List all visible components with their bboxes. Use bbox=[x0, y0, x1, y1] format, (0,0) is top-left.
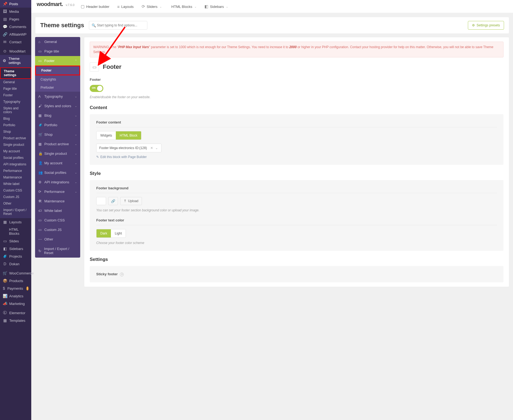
clear-icon[interactable]: ✕ bbox=[149, 146, 155, 150]
snav-performance[interactable]: ⟳Performance⌄ bbox=[35, 187, 80, 196]
snav-sub-prefooter[interactable]: Prefooter bbox=[35, 84, 80, 92]
edit-block-link[interactable]: ✎ Edit this block with Page Builder bbox=[96, 155, 147, 159]
snav-styles-and-colors[interactable]: 🖌Styles and colors⌄ bbox=[35, 101, 80, 111]
snav-my-account[interactable]: 👤My account⌄ bbox=[35, 158, 80, 168]
snav-social-profiles[interactable]: 👥Social profiles⌄ bbox=[35, 168, 80, 177]
wp-menu-elementor[interactable]: ⒺElementor bbox=[0, 309, 31, 317]
chevron-down-icon: ⌄ bbox=[194, 5, 197, 8]
wp-sub-typography[interactable]: Typography bbox=[0, 98, 31, 105]
bg-color-swatch[interactable] bbox=[96, 197, 106, 205]
wp-menu-layouts[interactable]: ▦Layouts bbox=[0, 218, 31, 226]
snav-single-product[interactable]: 🔒Single product⌄ bbox=[35, 149, 80, 158]
wp-sub-shop[interactable]: Shop bbox=[0, 128, 31, 135]
wp-menu-payments[interactable]: $Payments1 bbox=[0, 285, 31, 292]
wp-sub-white-label[interactable]: White label bbox=[0, 181, 31, 187]
chevron-icon: ⌄ bbox=[75, 104, 77, 107]
snav-footer[interactable]: ▭Footer⌃ bbox=[35, 56, 80, 66]
wp-sub-maintenance[interactable]: Maintenance bbox=[0, 174, 31, 181]
bg-upload-button[interactable]: ⤒Upload bbox=[120, 197, 142, 205]
wp-menu-html-blocks[interactable]: HTML Blocks bbox=[0, 226, 31, 237]
wp-menu-posts[interactable]: 📌Posts bbox=[0, 0, 31, 8]
html-block-segment[interactable]: HTML Block bbox=[116, 131, 141, 140]
wp-sub-page-title[interactable]: Page title bbox=[0, 85, 31, 92]
snav-api-integrations[interactable]: ⚙API integrations⌄ bbox=[35, 177, 80, 187]
wp-sub-custom-js[interactable]: Custom JS bbox=[0, 194, 31, 200]
snav-other[interactable]: ⋯Other bbox=[35, 234, 80, 244]
snav-sub-copyrights[interactable]: Copyrights bbox=[35, 75, 80, 84]
snav-custom-css[interactable]: ▭Custom CSS bbox=[35, 215, 80, 225]
top-tab-sidebars[interactable]: ◧Sidebars⌄ bbox=[204, 2, 229, 11]
wp-menu-products[interactable]: 📦Products bbox=[0, 277, 31, 285]
snav-icon: 🔒 bbox=[38, 152, 42, 156]
snav-blog[interactable]: ▦Blog⌄ bbox=[35, 111, 80, 120]
wp-menu-contact[interactable]: ✉Contact bbox=[0, 38, 31, 46]
wp-menu-templates[interactable]: ▦Templates bbox=[0, 317, 31, 324]
snav-shop[interactable]: 🛒Shop⌄ bbox=[35, 130, 80, 139]
footer-block-select[interactable]: Footer Mega electronics ID:(128) ✕ ⌄ bbox=[96, 144, 161, 152]
menu-icon: D bbox=[3, 262, 7, 266]
snav-maintenance[interactable]: 🛠Maintenance bbox=[35, 196, 80, 206]
snav-sub-footer[interactable]: Footer bbox=[35, 66, 80, 75]
wp-sub-footer[interactable]: Footer bbox=[0, 92, 31, 98]
snav-icon: ⟳ bbox=[38, 190, 42, 194]
chevron-icon: ⌄ bbox=[75, 181, 77, 184]
wp-menu-media[interactable]: 🖼Media bbox=[0, 8, 31, 15]
snav-product-archive[interactable]: ▦Product archive⌄ bbox=[35, 139, 80, 149]
wp-menu-comments[interactable]: 💬Comments bbox=[0, 23, 31, 30]
wp-menu-woocommerce[interactable]: 🛒WooCommerce bbox=[0, 269, 31, 277]
top-tab-sliders[interactable]: ⟳Sliders⌄ bbox=[141, 2, 163, 11]
menu-icon bbox=[3, 229, 7, 234]
wp-menu-woodmart[interactable]: ⊙WoodMart bbox=[0, 47, 31, 55]
wp-sub-product-archive[interactable]: Product archive bbox=[0, 135, 31, 141]
wp-sub-performance[interactable]: Performance bbox=[0, 168, 31, 174]
light-segment[interactable]: Light bbox=[111, 229, 126, 237]
snav-icon: 🧳 bbox=[38, 123, 42, 127]
page-header: Theme settings 🔍 ⚙ Settings presets bbox=[35, 17, 509, 34]
bg-help: You can set your footer section backgrou… bbox=[96, 208, 497, 212]
wp-menu-affiliatewp[interactable]: 🔗AffiliateWP bbox=[0, 30, 31, 38]
top-tab-layouts[interactable]: ≡Layouts bbox=[117, 2, 134, 11]
bg-link-button[interactable]: 🔗 bbox=[108, 197, 118, 205]
snav-page-title[interactable]: ▭Page title bbox=[35, 47, 80, 56]
snav-general[interactable]: ⌂General bbox=[35, 37, 80, 47]
wp-sub-single-product[interactable]: Single product bbox=[0, 141, 31, 148]
snav-import-export-reset[interactable]: ↻Import / Export / Reset bbox=[35, 244, 80, 258]
settings-search-input[interactable] bbox=[89, 21, 147, 30]
snav-typography[interactable]: ATypography⌄ bbox=[35, 92, 80, 101]
wp-sub-import-export-reset[interactable]: Import / Export / Reset bbox=[0, 207, 31, 217]
wp-sub-custom-css[interactable]: Custom CSS bbox=[0, 187, 31, 194]
wp-sub-portfolio[interactable]: Portfolio bbox=[0, 122, 31, 128]
top-tab-header-builder[interactable]: ▢Header builder bbox=[80, 2, 110, 11]
wp-sub-my-account[interactable]: My account bbox=[0, 148, 31, 155]
menu-icon: 🖼 bbox=[3, 9, 7, 14]
wp-sub-social-profiles[interactable]: Social profiles bbox=[0, 155, 31, 161]
top-tab-html-blocks[interactable]: HTML Blocks⌄ bbox=[169, 2, 197, 11]
footer-enable-toggle[interactable]: ON bbox=[90, 85, 103, 92]
wp-sub-theme-settings[interactable]: Theme settings bbox=[0, 67, 31, 79]
dark-segment[interactable]: Dark bbox=[97, 229, 111, 237]
wp-sub-general[interactable]: General bbox=[0, 79, 31, 85]
snav-icon: ▦ bbox=[38, 113, 42, 118]
wp-menu-dokan[interactable]: DDokan bbox=[0, 260, 31, 268]
wp-sub-other[interactable]: Other bbox=[0, 200, 31, 207]
snav-icon: 👥 bbox=[38, 171, 42, 175]
chevron-down-icon: ⌄ bbox=[226, 5, 228, 8]
info-icon[interactable]: ? bbox=[120, 273, 124, 276]
wp-menu-analytics[interactable]: 📊Analytics bbox=[0, 292, 31, 300]
wp-menu-marketing[interactable]: 📣Marketing bbox=[0, 300, 31, 307]
wp-menu-pages[interactable]: ▤Pages bbox=[0, 15, 31, 23]
snav-portfolio[interactable]: 🧳Portfolio⌄ bbox=[35, 120, 80, 130]
widgets-segment[interactable]: Widgets bbox=[97, 131, 116, 140]
chevron-down-icon[interactable]: ⌄ bbox=[155, 146, 158, 150]
wp-sub-styles-and-colors[interactable]: Styles and colors bbox=[0, 105, 31, 115]
settings-presets-button[interactable]: ⚙ Settings presets bbox=[468, 21, 504, 30]
wp-menu-slides[interactable]: ▭Slides bbox=[0, 237, 31, 245]
snav-custom-js[interactable]: ▭Custom JS bbox=[35, 225, 80, 234]
wp-menu-sidebars[interactable]: ◧Sidebars bbox=[0, 245, 31, 252]
wp-sub-blog[interactable]: Blog bbox=[0, 115, 31, 122]
text-color-help: Choose your footer color scheme bbox=[96, 241, 497, 245]
wp-menu-theme-settings[interactable]: ⚙Theme settings bbox=[0, 55, 31, 66]
wp-sub-api-integrations[interactable]: API integrations bbox=[0, 161, 31, 168]
wp-menu-projects[interactable]: 🧳Projects bbox=[0, 252, 31, 260]
snav-white-label[interactable]: 🏷White label bbox=[35, 206, 80, 215]
